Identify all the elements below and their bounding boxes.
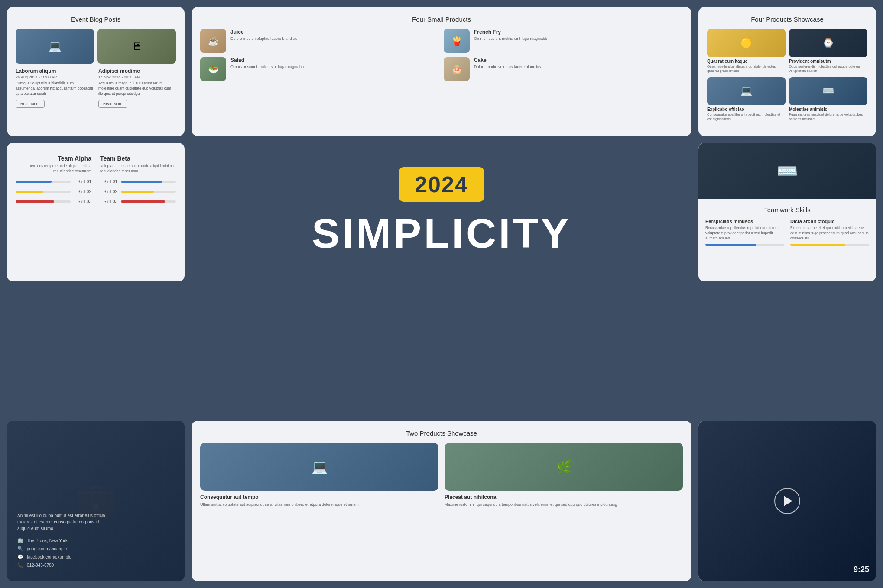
- teamwork-item-2: Dicta archit ctoquic Excepturi saepe et …: [790, 219, 869, 246]
- skill-beta-2-label: Skill 02: [100, 189, 117, 194]
- blog-post-2-title: Adipisci modimc: [98, 68, 176, 74]
- showcase-name-2: Provident omnisutm: [789, 59, 867, 64]
- showcase-name-4: Molestiae animisic: [789, 107, 867, 112]
- contact-facebook-text: facebook.com/example: [27, 555, 71, 559]
- blog-post-1-title: Laborum aliqum: [16, 68, 93, 74]
- product-desc-salad: Omnis nesciunt molitia sint fuga magniab…: [230, 64, 304, 70]
- two-product-desc-2: Maxime iusto nihil qui sequi quia tempor…: [445, 502, 683, 507]
- skill-alpha-3-bar-container: [16, 200, 71, 203]
- team-alpha-desc: tem eos tempore unde aliquid minima repu…: [16, 164, 91, 174]
- showcase-item-2: ⌚ Provident omnisutm Quos perferendis mo…: [789, 29, 867, 74]
- product-desc-juice: Dolore modio voluptas facere blanditiis: [230, 36, 298, 42]
- team-beta-desc: Voluptatem eos tempore unde aliquid mini…: [100, 164, 176, 174]
- two-product-img-1: 💻: [200, 443, 438, 491]
- blog-post-2-read-more[interactable]: Read More: [98, 100, 127, 108]
- skill-alpha-2-bar-container: [16, 191, 71, 193]
- blog-images-row: [16, 29, 176, 64]
- teamwork-item-1-name: Perspiciatis minusos: [705, 219, 784, 224]
- product-item-cake: 🎂 Cake Dolore modio voluptas facere blan…: [444, 57, 683, 81]
- skills-card: Team Alpha tem eos tempore unde aliquid …: [7, 143, 185, 281]
- blog-posts-row: Laborum aliqum 26 Aug 2034 - 10:00 AM Cu…: [16, 68, 176, 108]
- blog-image-office: [97, 29, 176, 64]
- product-info-salad: Salad Omnis nesciunt molitia sint fuga m…: [230, 57, 304, 70]
- hero-year: 2024: [399, 167, 484, 202]
- showcase-item-1: 🟡 Quaerat eum itaque Quea repellendus al…: [707, 29, 786, 74]
- hero-title: SIMPLICITY: [312, 210, 571, 257]
- two-product-name-2: Placeat aut nihilcona: [445, 494, 683, 500]
- teamwork-bar-2-container: [790, 244, 869, 246]
- showcase-img-3: 💻: [707, 77, 786, 105]
- teamwork-title: Teamwork Skills: [705, 206, 869, 213]
- teamwork-bar-1-container: [705, 244, 784, 246]
- skill-alpha-1-bar: [16, 181, 52, 183]
- blog-post-1-read-more[interactable]: Read More: [16, 100, 45, 108]
- skill-beta-2-bar-container: [121, 191, 176, 193]
- contact-location-text: The Bronx, New York: [27, 538, 68, 543]
- skill-beta-3-bar-container: [121, 200, 176, 203]
- four-showcase-card: Four Products Showcase 🟡 Quaerat eum ita…: [698, 7, 876, 136]
- two-products-title: Two Products Showcase: [200, 430, 683, 437]
- blog-section-title: Event Blog Posts: [16, 16, 176, 23]
- teamwork-bar-2: [790, 244, 845, 246]
- teamwork-image: ⌨️: [698, 143, 876, 199]
- teamwork-item-1: Perspiciatis minusos Recusandae repellen…: [705, 219, 784, 246]
- product-info-fry: French Fry Omnis nesciunt molitia sint f…: [474, 29, 547, 42]
- product-thumb-salad: 🥗: [200, 57, 226, 81]
- product-name-cake: Cake: [474, 57, 541, 63]
- video-bg: 9:25: [698, 421, 876, 581]
- play-button[interactable]: [774, 488, 800, 514]
- skill-beta-2-bar: [121, 191, 154, 193]
- contact-facebook: 💬 facebook.com/example: [17, 554, 113, 560]
- skill-beta-3-bar: [121, 200, 165, 203]
- phone-icon: 📞: [17, 562, 23, 568]
- location-icon: 🏢: [17, 538, 23, 543]
- contact-location: 🏢 The Bronx, New York: [17, 538, 113, 543]
- skill-beta-1: Skill 01: [100, 179, 176, 184]
- showcase-grid: 🟡 Quaerat eum itaque Quea repellendus al…: [707, 29, 867, 122]
- blog-image-laptop: [16, 29, 94, 64]
- product-desc-fry: Omnis nesciunt molitia sint fuga magniab…: [474, 36, 547, 42]
- product-name-juice: Juice: [230, 29, 298, 35]
- skills-col-alpha: Team Alpha tem eos tempore unde aliquid …: [16, 155, 91, 209]
- skill-beta-2: Skill 02: [100, 189, 176, 194]
- showcase-name-3: Explicabo officiao: [707, 107, 786, 112]
- skill-beta-1-bar: [121, 181, 162, 183]
- contact-desc: Animi est illo culpa odit ut est error e…: [17, 512, 113, 532]
- contact-info: Animi est illo culpa odit ut est error e…: [17, 512, 113, 571]
- contact-website-text: google.com/example: [27, 546, 67, 551]
- skill-beta-1-label: Skill 01: [100, 179, 117, 184]
- two-product-desc-1: Ullam sint at voluptate aut adipisci qua…: [200, 502, 438, 507]
- two-products-card: Two Products Showcase 💻 Consequatur aut …: [192, 421, 691, 581]
- four-small-products-card: Four Small Products ☕ Juice Dolore modio…: [192, 7, 691, 136]
- product-thumb-juice: ☕: [200, 29, 226, 53]
- play-icon: [784, 496, 792, 506]
- skill-alpha-1-bar-container: [16, 181, 71, 183]
- showcase-img-1: 🟡: [707, 29, 786, 57]
- teamwork-item-2-name: Dicta archit ctoquic: [790, 219, 869, 224]
- skill-beta-1-bar-container: [121, 181, 176, 183]
- facebook-icon: 💬: [17, 554, 23, 560]
- web-icon: 🔍: [17, 546, 23, 552]
- skill-beta-3: Skill 03: [100, 199, 176, 204]
- skills-content: Team Alpha tem eos tempore unde aliquid …: [16, 155, 176, 209]
- team-beta-title: Team Beta: [100, 155, 176, 162]
- two-product-name-1: Consequatur aut tempo: [200, 494, 438, 500]
- showcase-desc-3: Consequatur eos libero impedit est moles…: [707, 113, 786, 122]
- product-info-cake: Cake Dolore modio voluptas facere blandi…: [474, 57, 541, 70]
- four-showcase-title: Four Products Showcase: [707, 16, 867, 23]
- blog-post-1-date: 26 Aug 2034 - 10:00 AM: [16, 75, 93, 79]
- showcase-desc-1: Quea repellendus aliquam qui dolor delec…: [707, 65, 786, 74]
- two-products-grid: 💻 Consequatur aut tempo Ullam sint at vo…: [200, 443, 683, 507]
- teamwork-item-2-desc: Excepturi saepe et et quia odit impedit …: [790, 226, 869, 241]
- skill-alpha-1-label: Skill 01: [74, 179, 91, 184]
- product-info-juice: Juice Dolore modio voluptas facere bland…: [230, 29, 298, 42]
- product-thumb-cake: 🎂: [444, 57, 470, 81]
- video-card: 9:25: [698, 421, 876, 581]
- two-product-item-1: 💻 Consequatur aut tempo Ullam sint at vo…: [200, 443, 438, 507]
- products-grid: ☕ Juice Dolore modio voluptas facere bla…: [200, 29, 683, 81]
- skill-alpha-3-bar: [16, 200, 54, 203]
- two-product-item-2: 🌿 Placeat aut nihilcona Maxime iusto nih…: [445, 443, 683, 507]
- contact-overlay: Animi est illo culpa odit ut est error e…: [7, 421, 185, 581]
- skill-alpha-1: Skill 01: [16, 179, 91, 184]
- video-time: 9:25: [854, 565, 869, 574]
